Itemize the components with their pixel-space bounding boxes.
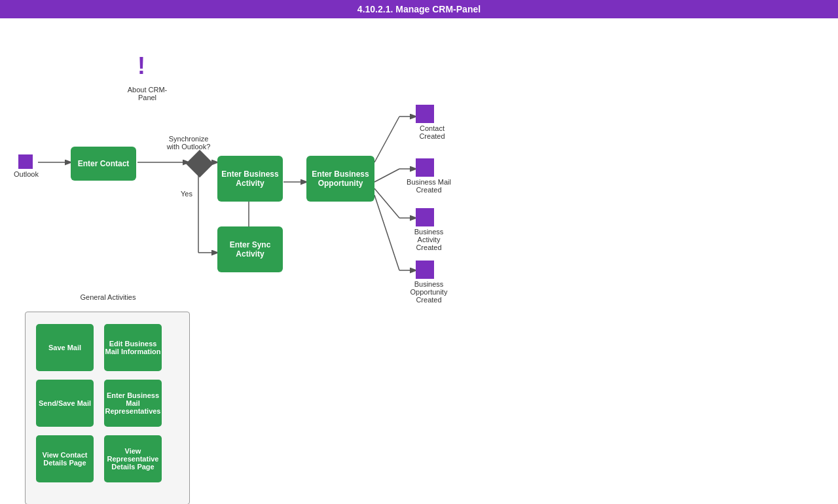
general-activities-box: Save Mail Edit Business Mail Information…	[25, 312, 190, 504]
svg-line-9	[374, 169, 399, 182]
save-mail-button[interactable]: Save Mail	[36, 324, 94, 371]
canvas: ! About CRM-Panel Outlook Enter Contact …	[0, 18, 838, 504]
enter-sync-activity-node[interactable]: Enter Sync Activity	[217, 226, 283, 272]
enter-business-mail-reps-button[interactable]: Enter Business Mail Representatives	[104, 380, 162, 427]
svg-line-7	[374, 117, 399, 162]
business-activity-created-node	[416, 208, 434, 226]
general-activities-label: General Activities	[79, 293, 137, 301]
sync-question-label: Synchronize with Outlook?	[162, 135, 215, 151]
svg-line-13	[374, 195, 399, 270]
view-rep-details-button[interactable]: View Representative Details Page	[104, 435, 162, 482]
business-mail-created-label: Business Mail Created	[406, 178, 452, 194]
edit-business-mail-button[interactable]: Edit Business Mail Information	[104, 324, 162, 371]
enter-business-opportunity-node[interactable]: Enter Business Opportunity	[306, 156, 374, 202]
business-mail-created-node	[416, 158, 434, 177]
svg-line-11	[374, 189, 399, 218]
enter-business-activity-node[interactable]: Enter Business Activity	[217, 156, 283, 202]
enter-contact-node[interactable]: Enter Contact	[71, 147, 136, 181]
outlook-node	[18, 154, 33, 169]
outlook-label: Outlook	[12, 170, 41, 178]
yes-label: Yes	[177, 190, 196, 198]
contact-created-label: Contact Created	[409, 124, 455, 140]
sync-decision-diamond	[186, 150, 213, 177]
contact-created-node	[416, 105, 434, 123]
send-save-mail-button[interactable]: Send/Save Mail	[36, 380, 94, 427]
title-bar: 4.10.2.1. Manage CRM-Panel	[0, 0, 838, 18]
view-contact-details-button[interactable]: View Contact Details Page	[36, 435, 94, 482]
business-opportunity-created-node	[416, 261, 434, 279]
business-opportunity-created-label: Business Opportunity Created	[403, 280, 455, 304]
about-crm-icon: !	[137, 52, 145, 80]
about-crm-label: About CRM-Panel	[121, 86, 173, 101]
page-title: 4.10.2.1. Manage CRM-Panel	[357, 4, 481, 14]
business-activity-created-label: Business Activity Created	[406, 228, 452, 251]
